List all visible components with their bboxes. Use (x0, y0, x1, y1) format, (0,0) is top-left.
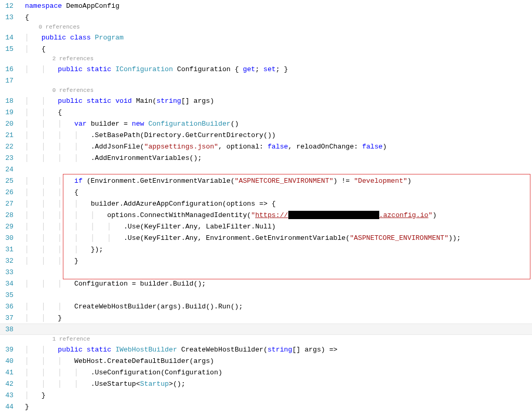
string-literal: "ASPNETCORE_ENVIRONMENT" (235, 177, 334, 185)
code-line[interactable]: 33 (0, 266, 532, 278)
line-number: 42 (0, 380, 25, 388)
line-number: 30 (0, 234, 25, 242)
url-part: https:// (255, 211, 288, 219)
line-number: 12 (0, 2, 25, 10)
keyword-if: if (74, 177, 83, 185)
line-number: 32 (0, 257, 25, 265)
keyword-new: new (132, 120, 144, 128)
codelens-text[interactable]: 0 references (38, 24, 79, 30)
code-line-current[interactable]: 38 (0, 323, 532, 335)
line-number: 37 (0, 314, 25, 322)
code-line[interactable]: 35 (0, 289, 532, 301)
method-call: .AddEnvironmentVariables(); (91, 154, 202, 162)
code-line[interactable]: 30 │ │ │ │ │ │ .Use(KeyFilter.Any, Envir… (0, 232, 532, 244)
line-number: 43 (0, 391, 25, 399)
string-literal: "appsettings.json" (144, 143, 218, 151)
line-number: 17 (0, 77, 25, 85)
code-line[interactable]: 16 │ │ public static IConfiguration Conf… (0, 63, 532, 75)
keyword-namespace: namespace (25, 2, 62, 10)
method-call: .SetBasePath(Directory.GetCurrentDirecto… (91, 131, 276, 139)
method-name: CreateWebHostBuilder( (177, 346, 268, 354)
code-line[interactable]: 40 │ │ │ WebHost.CreateDefaultBuilder(ar… (0, 355, 532, 367)
punct: () (231, 120, 239, 128)
url-part: .azconfig.io (379, 211, 429, 219)
brace: { (25, 13, 532, 21)
brace: } (25, 403, 29, 411)
code-line[interactable]: 18 │ │ public static void Main(string[] … (0, 95, 532, 106)
brace: { (58, 109, 62, 116)
code-line[interactable]: 42 │ │ │ │ .UseStartup<Startup>(); (0, 378, 532, 389)
line-number: 44 (0, 403, 25, 411)
codelens[interactable]: 1 reference (0, 335, 532, 344)
line-number: 23 (0, 154, 25, 162)
code-line[interactable]: 28 │ │ │ │ │ options.ConnectWithManagedI… (0, 209, 532, 221)
keyword-public: public (58, 346, 82, 354)
method-call: .Use(KeyFilter.Any, LabelFilter.Null) (124, 223, 276, 231)
string-literal: "ASPNETCORE_ENVIRONMENT" (350, 234, 448, 242)
code-line[interactable]: 20 │ │ │ var builder = new Configuration… (0, 118, 532, 129)
codelens[interactable]: 2 references (0, 55, 532, 63)
code-line[interactable]: 31 │ │ │ │ }); (0, 244, 532, 255)
line-number: 18 (0, 97, 25, 105)
redacted-block (288, 211, 379, 219)
code-line[interactable]: 14 │ public class Program (0, 32, 532, 43)
code-line[interactable]: 39 │ │ public static IWebHostBuilder Cre… (0, 344, 532, 355)
code-line[interactable]: 19 │ │ { (0, 106, 532, 118)
code-line[interactable]: 13 { (0, 11, 532, 23)
code-line[interactable]: 23 │ │ │ │ .AddEnvironmentVariables(); (0, 152, 532, 164)
code-line[interactable]: 44 } (0, 401, 532, 412)
code-line[interactable]: 21 │ │ │ │ .SetBasePath(Directory.GetCur… (0, 129, 532, 141)
punct: , reloadOnChange: (288, 143, 362, 151)
keyword-false: false (268, 143, 288, 151)
codelens-text[interactable]: 1 reference (52, 336, 90, 342)
string-quote: " (251, 211, 255, 219)
type-name: IConfiguration (115, 65, 173, 73)
method-call: builder.AddAzureAppConfiguration(options… (91, 200, 276, 208)
code-editor[interactable]: 12 namespace DemoAppConfig 13 { 0 refere… (0, 0, 532, 412)
brace: } (74, 257, 78, 265)
brace: { (74, 188, 78, 196)
code-line[interactable]: 27 │ │ │ │ builder.AddAzureAppConfigurat… (0, 198, 532, 209)
line-number: 34 (0, 280, 25, 288)
punct: ) (383, 143, 387, 151)
code-line[interactable]: 36 │ │ │ CreateWebHostBuilder(args).Buil… (0, 301, 532, 312)
code-line[interactable]: 26 │ │ │ { (0, 186, 532, 198)
keyword-class: class (70, 34, 91, 42)
codelens[interactable]: 0 references (0, 23, 532, 32)
code-line[interactable]: 29 │ │ │ │ │ │ .Use(KeyFilter.Any, Label… (0, 221, 532, 232)
code-line[interactable]: 41 │ │ │ │ .UseConfiguration(Configurati… (0, 367, 532, 378)
code-line[interactable]: 32 │ │ │ } (0, 255, 532, 266)
keyword-static: static (87, 97, 111, 105)
method-call: options.ConnectWithManagedIdentity( (107, 211, 251, 219)
codelens-text[interactable]: 2 references (52, 56, 94, 62)
code-line[interactable]: 12 namespace DemoAppConfig (0, 0, 532, 11)
punct: )); (448, 234, 461, 242)
keyword-static: static (87, 65, 111, 73)
code-line[interactable]: 43 │ } (0, 389, 532, 401)
line-number: 28 (0, 211, 25, 219)
line-number: 26 (0, 188, 25, 196)
line-number: 22 (0, 143, 25, 151)
codelens[interactable]: 0 references (0, 86, 532, 95)
method-call: .UseConfiguration(Configuration) (91, 369, 222, 376)
code-line[interactable]: 15 │ { (0, 43, 532, 55)
namespace-name: DemoAppConfig (62, 2, 119, 10)
keyword-public: public (42, 34, 66, 42)
brace: { (42, 45, 46, 53)
line-number: 27 (0, 200, 25, 208)
line-number: 31 (0, 246, 25, 253)
line-number: 39 (0, 346, 25, 354)
code-line[interactable]: 22 │ │ │ │ .AddJsonFile("appsettings.jso… (0, 141, 532, 152)
codelens-text[interactable]: 0 references (52, 87, 94, 93)
punct: ) (432, 211, 436, 219)
code-line[interactable]: 34 │ │ │ Configuration = builder.Build()… (0, 278, 532, 289)
keyword-set: set (263, 65, 276, 73)
statement: Configuration = builder.Build(); (74, 280, 206, 288)
code-line[interactable]: 17 (0, 75, 532, 86)
string-literal: "Development" (354, 177, 407, 185)
params: [] args) (181, 97, 214, 105)
code-line[interactable]: 24 (0, 164, 532, 175)
code-line[interactable]: 25 │ │ │ if (Environment.GetEnvironmentV… (0, 175, 532, 186)
code-line[interactable]: 37 │ │ } (0, 312, 532, 323)
punct: >(); (169, 380, 185, 388)
